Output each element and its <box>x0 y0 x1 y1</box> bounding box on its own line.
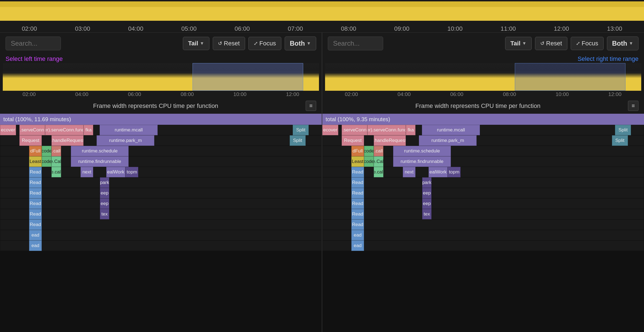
left-r11-read2[interactable]: ead <box>29 230 42 240</box>
left-r5-ecall2[interactable]: e.call <box>51 167 61 177</box>
left-flame-total-label: total (100%, 11.69 minutes) <box>3 116 71 123</box>
right-flame-rows: ecover .serveConn ver).serveConn.func2 f… <box>322 125 644 332</box>
right-r5-next[interactable]: next <box>403 167 416 177</box>
left-r3-dfull[interactable]: dFull <box>29 146 42 156</box>
left-r4-findrunnable[interactable]: runtime.findrunnable <box>71 156 129 167</box>
right-tail-button[interactable]: Tail ▼ <box>505 37 532 50</box>
left-r7-sleep[interactable]: eep <box>100 188 110 198</box>
right-r4-findrunnable[interactable]: runtime.findrunnable <box>393 156 451 167</box>
right-r1-serveconn1[interactable]: .serveConn <box>342 125 367 135</box>
left-r1-fka[interactable]: fka <box>84 125 93 135</box>
right-r5-ecall2[interactable]: e.call <box>374 167 383 177</box>
right-r2-request[interactable]: Request <box>342 135 364 146</box>
right-focus-button[interactable]: ⤢ Focus <box>571 37 604 50</box>
time-label-1300: 13:00 <box>588 25 641 32</box>
left-mini-ruler: 02:00 04:00 06:00 08:00 10:00 12:00 <box>0 91 322 98</box>
right-r1-split[interactable]: Split <box>615 125 631 135</box>
right-search-input[interactable] <box>328 37 383 50</box>
right-r7-sleep[interactable]: eep <box>422 188 432 198</box>
left-r1-mcall[interactable]: runtime.mcall <box>100 125 157 135</box>
right-r2-split[interactable]: Split <box>612 135 628 146</box>
left-r2-parkm[interactable]: runtime.park_m <box>97 135 154 146</box>
right-r6-read[interactable]: Read <box>351 177 364 188</box>
right-r3-dfull[interactable]: dFull <box>351 146 364 156</box>
right-r11-read2[interactable]: ead <box>351 230 364 240</box>
left-tail-button[interactable]: Tail ▼ <box>183 37 209 50</box>
left-menu-button[interactable]: ≡ <box>306 101 316 111</box>
right-r1-ecover[interactable]: ecover <box>322 125 338 135</box>
left-r5-next[interactable]: next <box>80 167 94 177</box>
left-r8-read[interactable]: Read <box>29 198 42 209</box>
left-r6-read[interactable]: Read <box>29 177 42 188</box>
left-r6-gap2 <box>42 177 100 188</box>
right-r2-parkm[interactable]: runtime.park_m <box>419 135 477 146</box>
left-r3-code[interactable]: code <box>42 146 51 156</box>
right-r9-tex[interactable]: tex <box>422 209 432 219</box>
left-reset-button[interactable]: ↺ Reset <box>213 37 245 50</box>
left-r10-read[interactable]: Read <box>29 219 42 230</box>
time-label-0300: 03:00 <box>56 25 109 32</box>
left-r5-topm[interactable]: topm <box>125 167 138 177</box>
right-r3-call[interactable]: .call <box>374 146 383 156</box>
right-r5-topm[interactable]: topm <box>448 167 461 177</box>
left-both-button[interactable]: Both ▼ <box>285 37 316 50</box>
right-r4-ecall[interactable]: e.Call <box>374 156 383 167</box>
right-r8-read[interactable]: Read <box>351 198 364 209</box>
right-r12-read3[interactable]: ead <box>351 240 364 251</box>
left-r2-handlerequest[interactable]: .handleRequest <box>51 135 84 146</box>
left-r3-schedule[interactable]: runtime.schedule <box>71 146 129 156</box>
right-r9-read[interactable]: Read <box>351 209 364 219</box>
left-r5-read[interactable]: Read <box>29 167 42 177</box>
right-r3-schedule[interactable]: runtime.schedule <box>393 146 451 156</box>
right-reset-button[interactable]: ↺ Reset <box>535 37 567 50</box>
left-mini-t3: 06:00 <box>108 91 161 97</box>
left-r4-least[interactable]: Least <box>29 156 42 167</box>
left-r1-ecover[interactable]: ecover <box>0 125 16 135</box>
left-r1-split[interactable]: Split <box>293 125 309 135</box>
right-flame-row-12: ead <box>322 240 644 251</box>
right-r8-sleep2[interactable]: eep <box>422 198 432 209</box>
left-search-input[interactable] <box>6 37 61 50</box>
right-r5-read[interactable]: Read <box>351 167 364 177</box>
left-r12-read3[interactable]: ead <box>29 240 42 251</box>
right-r1-mcall[interactable]: runtime.mcall <box>422 125 480 135</box>
right-r1-fka[interactable]: fka <box>406 125 416 135</box>
right-r1-serveconn2[interactable]: ver).serveConn.func2 <box>367 125 406 135</box>
left-r8-sleep2[interactable]: eep <box>100 198 110 209</box>
right-r10-read[interactable]: Read <box>351 219 364 230</box>
left-r6-park[interactable]: park <box>100 177 110 188</box>
left-r2-request[interactable]: Request <box>19 135 42 146</box>
right-r1-gap2 <box>416 125 422 135</box>
right-r3-code[interactable]: code <box>364 146 374 156</box>
left-r1-serveconn2[interactable]: ver).serveConn.func2 <box>45 125 84 135</box>
right-mini-t1: 02:00 <box>325 91 378 97</box>
left-r9-read[interactable]: Read <box>29 209 42 219</box>
right-r4-code[interactable]: code <box>364 156 374 167</box>
right-r2-handlerequest[interactable]: .handleRequest <box>374 135 406 146</box>
left-r5-realwork[interactable]: ealWork <box>106 167 126 177</box>
right-r7-read[interactable]: Read <box>351 188 364 198</box>
left-mini-t2: 04:00 <box>56 91 108 97</box>
left-r4-code[interactable]: code <box>42 156 51 167</box>
right-flame-graph[interactable]: total (100%, 9.35 minutes) ecover .serve… <box>322 114 644 332</box>
left-r3-call[interactable]: .call <box>51 146 61 156</box>
left-r1-serveconn1[interactable]: .serveConn <box>19 125 45 135</box>
right-r5-realwork[interactable]: ealWork <box>429 167 448 177</box>
right-r4-least[interactable]: Least <box>351 156 364 167</box>
right-mini-t4: 08:00 <box>483 91 536 97</box>
left-focus-button[interactable]: ⤢ Focus <box>248 37 281 50</box>
left-both-label: Both <box>290 40 305 47</box>
top-timeline <box>0 0 644 25</box>
left-r7-read[interactable]: Read <box>29 188 42 198</box>
right-mini-timeline[interactable] <box>325 63 641 91</box>
right-r6-park[interactable]: park <box>422 177 432 188</box>
left-r9-tex[interactable]: tex <box>100 209 110 219</box>
left-flame-graph[interactable]: total (100%, 11.69 minutes) ecover .serv… <box>0 114 322 332</box>
left-r2-split[interactable]: Split <box>290 135 306 146</box>
right-both-button[interactable]: Both ▼ <box>607 37 639 50</box>
right-menu-button[interactable]: ≡ <box>628 101 638 111</box>
left-r7-gap2 <box>42 188 100 198</box>
left-r4-ecall[interactable]: e.Call <box>51 156 61 167</box>
right-flame-header: Frame width represents CPU time per func… <box>322 98 644 114</box>
left-mini-timeline[interactable] <box>3 63 319 91</box>
